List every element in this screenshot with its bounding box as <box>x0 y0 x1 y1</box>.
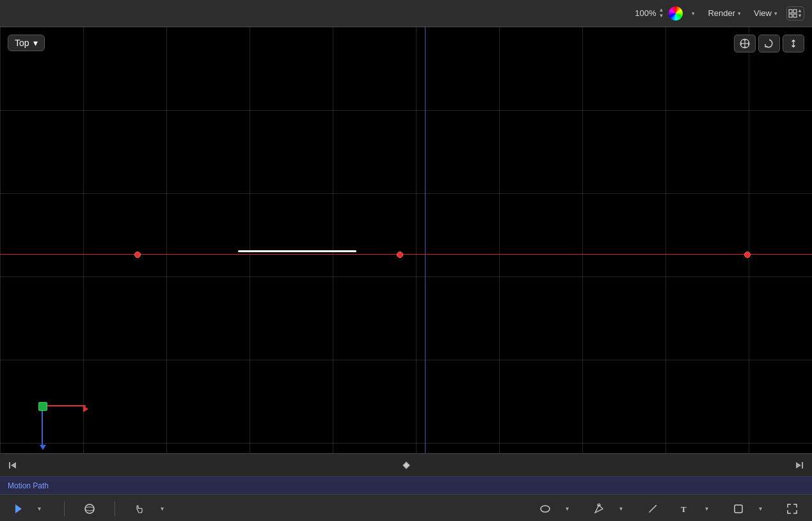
vertical-center-line <box>425 27 426 453</box>
svg-point-14 <box>85 507 94 511</box>
svg-text:T: T <box>681 504 687 514</box>
viewport-adjust-icon-btn[interactable] <box>783 35 804 52</box>
motion-path-label: Motion Path <box>8 481 49 490</box>
hand-tool-group: ▾ <box>131 499 171 518</box>
zoom-arrows[interactable]: ▲ ▼ <box>658 8 664 19</box>
timeline-end-btn[interactable] <box>793 459 806 472</box>
text-dropdown-btn[interactable]: ▾ <box>697 499 716 518</box>
svg-marker-9 <box>11 462 16 469</box>
svg-point-15 <box>541 506 550 512</box>
layout-arrows: ▲ ▼ <box>797 8 802 19</box>
orbit-tool-btn[interactable] <box>80 499 99 518</box>
viewport-rotate-icon-btn[interactable] <box>758 35 780 52</box>
shape-tool-group: ▾ <box>729 499 770 518</box>
svg-rect-0 <box>789 10 792 13</box>
top-toolbar: 100% ▲ ▼ ▾ Render ▾ View ▾ ▲ ▼ <box>0 0 812 27</box>
color-dropdown-btn[interactable]: ▾ <box>688 8 699 19</box>
svg-line-17 <box>649 506 656 512</box>
expand-btn[interactable] <box>783 499 802 518</box>
shape-tool-btn[interactable] <box>729 499 748 518</box>
gizmo-x-arrow <box>83 406 88 412</box>
timeline-start-btn[interactable] <box>6 459 19 472</box>
separator-1 <box>64 501 65 517</box>
svg-point-13 <box>85 504 94 513</box>
hand-tool-btn[interactable] <box>131 499 150 518</box>
viewport-grid <box>0 27 812 453</box>
svg-rect-1 <box>793 10 797 13</box>
play-btn[interactable] <box>10 501 27 517</box>
svg-marker-12 <box>15 504 22 513</box>
color-sphere-btn[interactable] <box>669 6 683 20</box>
view-chevron-icon: ▾ <box>774 10 777 17</box>
zoom-value: 100% <box>635 8 656 18</box>
svg-rect-3 <box>793 14 797 17</box>
timeline-bar <box>0 453 812 476</box>
render-label: Render <box>708 8 735 18</box>
red-dot-center <box>397 252 403 258</box>
viewport: Top ▾ <box>0 27 812 453</box>
gizmo-y-arrow <box>40 445 46 450</box>
pencil-tool-btn[interactable] <box>643 499 662 518</box>
play-dropdown-btn[interactable]: ▾ <box>29 499 49 518</box>
timeline-track[interactable] <box>19 454 793 476</box>
timeline-playhead-marker[interactable] <box>404 463 409 468</box>
viewport-view-dropdown[interactable]: Top ▾ <box>8 35 45 51</box>
motion-path-label-bar: Motion Path <box>0 476 812 494</box>
render-chevron-icon: ▾ <box>738 10 741 17</box>
text-tool-btn[interactable]: T <box>675 499 694 518</box>
red-dot-left <box>134 252 141 258</box>
render-dropdown-btn[interactable]: Render ▾ <box>704 6 745 20</box>
ellipse-tool-btn[interactable] <box>536 499 555 518</box>
svg-marker-11 <box>796 462 801 469</box>
svg-rect-21 <box>735 505 742 513</box>
svg-rect-2 <box>789 14 792 17</box>
viewport-top-left-controls: Top ▾ <box>8 35 45 51</box>
zoom-control[interactable]: 100% ▲ ▼ <box>635 8 664 19</box>
playback-group: ▾ <box>10 499 49 518</box>
gizmo-x-arm <box>47 405 86 406</box>
pen-tool-btn[interactable] <box>589 499 609 518</box>
viewport-view-label: Top <box>15 38 29 48</box>
separator-2 <box>115 501 115 517</box>
ellipse-dropdown-btn[interactable]: ▾ <box>557 499 577 518</box>
viewport-view-chevron: ▾ <box>33 38 38 48</box>
viewport-top-right-controls <box>734 35 804 52</box>
viewport-move-icon-btn[interactable] <box>734 35 756 52</box>
gizmo-y-arm <box>42 411 43 446</box>
color-chevron-icon: ▾ <box>692 10 695 17</box>
ellipse-tool-group: ▾ <box>536 499 577 518</box>
motion-path-bar-object <box>238 250 356 252</box>
view-dropdown-btn[interactable]: View ▾ <box>750 6 781 20</box>
bottom-toolbar: ▾ ▾ ▾ <box>0 494 812 521</box>
text-tool-group: T ▾ <box>675 499 716 518</box>
gizmo-center <box>38 402 47 411</box>
horizontal-red-line <box>0 254 812 255</box>
shape-dropdown-btn[interactable]: ▾ <box>751 499 770 518</box>
red-dot-right <box>744 252 751 258</box>
hand-tool-dropdown-btn[interactable]: ▾ <box>152 499 171 518</box>
view-label: View <box>754 8 772 18</box>
timeline-diamond <box>402 461 410 469</box>
layout-btn[interactable]: ▲ ▼ <box>786 6 804 20</box>
pen-dropdown-btn[interactable]: ▾ <box>611 499 630 518</box>
pen-tool-group: ▾ <box>589 499 630 518</box>
